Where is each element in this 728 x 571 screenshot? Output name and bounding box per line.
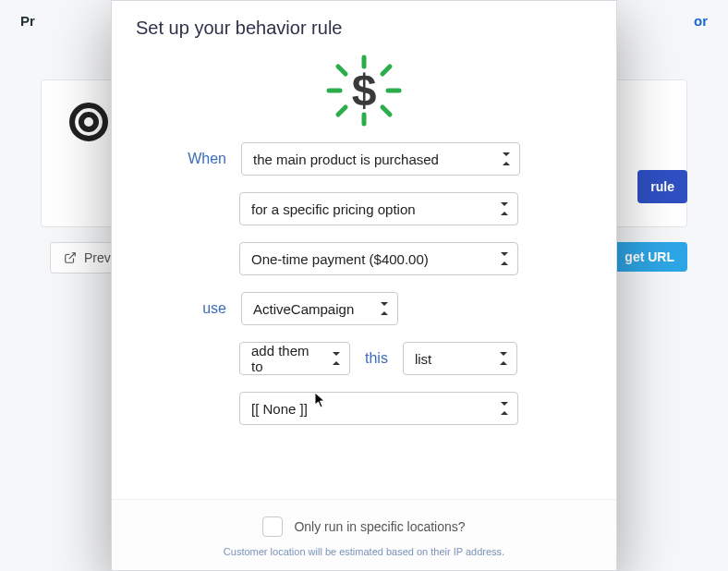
target-value: [[ None ]]: [251, 401, 308, 417]
object-type-value: list: [415, 351, 431, 367]
modal-title: Set up your behavior rule: [112, 1, 616, 39]
object-type-select[interactable]: list: [403, 342, 517, 375]
pricing-select[interactable]: One-time payment ($400.00): [239, 242, 518, 275]
trigger-value: the main product is purchased: [253, 152, 439, 167]
this-label: this: [361, 350, 392, 367]
target-select[interactable]: [[ None ]]: [239, 392, 518, 425]
svg-line-4: [338, 67, 346, 74]
locations-checkbox[interactable]: [262, 516, 283, 537]
modal-footer: Only run in specific locations? Customer…: [112, 499, 616, 570]
locations-label: Only run in specific locations?: [294, 519, 465, 534]
get-url-button[interactable]: get URL: [612, 242, 687, 272]
pricing-value: One-time payment ($400.00): [251, 251, 429, 267]
action-select[interactable]: add them to: [239, 342, 350, 375]
dollar-burst-icon: $: [318, 54, 410, 128]
behavior-rule-modal: Set up your behavior rule $ When: [111, 0, 617, 571]
svg-line-5: [382, 67, 390, 74]
condition-select[interactable]: for a specific pricing option: [239, 192, 518, 225]
action-value: add them to: [251, 343, 322, 374]
external-link-icon: [64, 251, 77, 264]
when-label: When: [182, 151, 226, 167]
header-link[interactable]: or: [694, 13, 708, 29]
svg-text:$: $: [352, 66, 377, 115]
target-icon: [69, 103, 108, 141]
breadcrumb: Pr: [20, 13, 35, 29]
integration-select[interactable]: ActiveCampaign: [241, 292, 398, 325]
integration-value: ActiveCampaign: [253, 301, 354, 317]
svg-line-6: [338, 107, 346, 115]
locations-hint: Customer location will be estimated base…: [130, 546, 598, 557]
rule-button[interactable]: rule: [637, 170, 687, 203]
svg-line-7: [382, 107, 390, 115]
condition-value: for a specific pricing option: [251, 201, 416, 217]
use-label: use: [182, 300, 226, 317]
trigger-select[interactable]: the main product is purchased: [241, 142, 520, 176]
